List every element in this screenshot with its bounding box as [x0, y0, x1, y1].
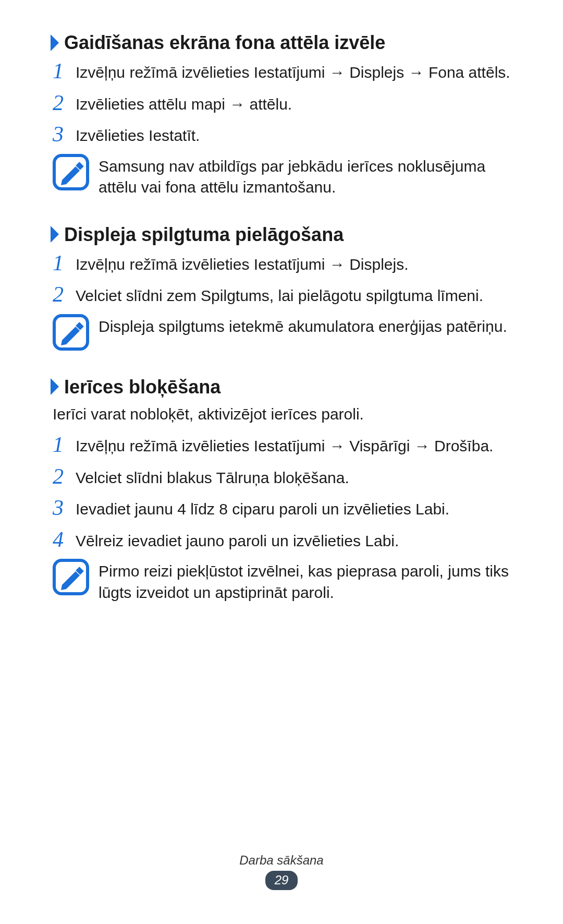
step-number: 3	[53, 496, 76, 519]
step-text: Izvēlieties attēlu mapi → attēlu.	[76, 91, 513, 115]
step: 2 Velciet slīdni zem Spilgtums, lai piel…	[50, 282, 513, 307]
step-number: 2	[53, 91, 76, 114]
chapter-title: Darba sākšana	[0, 853, 563, 868]
step-number: 1	[53, 251, 76, 274]
heading-wallpaper: Gaidīšanas ekrāna fona attēla izvēle	[50, 31, 513, 54]
heading-lock: Ierīces bloķēšana	[50, 376, 513, 398]
step-text: Izvēļņu režīmā izvēlieties Iestatījumi →…	[76, 433, 513, 457]
step-text: Velciet slīdni zem Spilgtums, lai pielāg…	[76, 282, 513, 307]
step: 1 Izvēļņu režīmā izvēlieties Iestatījumi…	[50, 59, 513, 83]
step-text: Izvēļņu režīmā izvēlieties Iestatījumi →…	[76, 59, 513, 83]
intro-text: Ierīci varat nobloķēt, aktivizējot ierīc…	[53, 403, 513, 425]
section-lock: Ierīces bloķēšana Ierīci varat nobloķēt,…	[50, 376, 513, 603]
step-text: Velciet slīdni blakus Tālruņa bloķēšana.	[76, 464, 513, 489]
chevron-icon	[50, 377, 61, 396]
step-number: 1	[53, 433, 76, 455]
chevron-icon	[50, 225, 61, 244]
note-block: Pirmo reizi piekļūstot izvēlnei, kas pie…	[50, 559, 513, 603]
step-number: 2	[53, 464, 76, 487]
step: 3 Izvēlieties Iestatīt.	[50, 122, 513, 147]
step: 2 Velciet slīdni blakus Tālruņa bloķēšan…	[50, 464, 513, 489]
step-text: Vēlreiz ievadiet jauno paroli un izvēlie…	[76, 527, 513, 552]
note-text: Pirmo reizi piekļūstot izvēlnei, kas pie…	[99, 559, 513, 603]
step-text: Izvēļņu režīmā izvēlieties Iestatījumi →…	[76, 251, 513, 275]
step: 1 Izvēļņu režīmā izvēlieties Iestatījumi…	[50, 433, 513, 457]
step-text: Ievadiet jaunu 4 līdz 8 ciparu paroli un…	[76, 496, 513, 520]
page-content: Gaidīšanas ekrāna fona attēla izvēle 1 I…	[0, 0, 563, 603]
note-text: Samsung nav atbildīgs par jebkādu ierīce…	[99, 154, 513, 198]
heading-text: Ierīces bloķēšana	[64, 376, 221, 398]
note-icon	[53, 314, 89, 351]
step-number: 4	[53, 527, 76, 550]
heading-brightness: Displeja spilgtuma pielāgošana	[50, 223, 513, 246]
step: 1 Izvēļņu režīmā izvēlieties Iestatījumi…	[50, 251, 513, 275]
step: 4 Vēlreiz ievadiet jauno paroli un izvēl…	[50, 527, 513, 552]
page-footer: Darba sākšana 29	[0, 853, 563, 890]
note-block: Samsung nav atbildīgs par jebkādu ierīce…	[50, 154, 513, 198]
heading-text: Gaidīšanas ekrāna fona attēla izvēle	[64, 31, 385, 54]
step-text: Izvēlieties Iestatīt.	[76, 122, 513, 147]
chevron-icon	[50, 33, 61, 52]
section-brightness: Displeja spilgtuma pielāgošana 1 Izvēļņu…	[50, 223, 513, 351]
step-number: 3	[53, 122, 76, 145]
note-icon	[53, 559, 89, 595]
note-icon	[53, 154, 89, 190]
step: 2 Izvēlieties attēlu mapi → attēlu.	[50, 91, 513, 115]
note-block: Displeja spilgtums ietekmē akumulatora e…	[50, 314, 513, 351]
step-number: 1	[53, 59, 76, 82]
page-number-badge: 29	[265, 871, 298, 890]
step: 3 Ievadiet jaunu 4 līdz 8 ciparu paroli …	[50, 496, 513, 520]
heading-text: Displeja spilgtuma pielāgošana	[64, 223, 344, 246]
note-text: Displeja spilgtums ietekmē akumulatora e…	[99, 314, 513, 338]
step-number: 2	[53, 282, 76, 305]
section-wallpaper: Gaidīšanas ekrāna fona attēla izvēle 1 I…	[50, 31, 513, 198]
